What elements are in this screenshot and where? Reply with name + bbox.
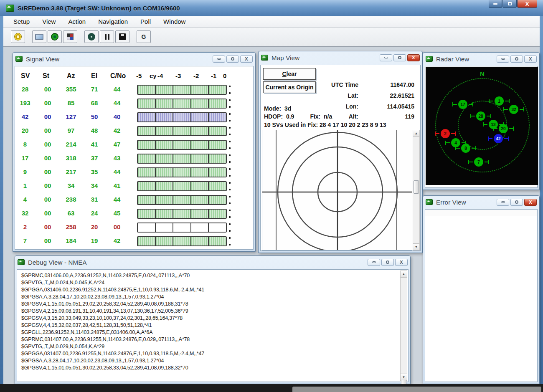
signal-bar-markers bbox=[229, 210, 231, 218]
signal-cell-sv: 28 bbox=[16, 86, 34, 93]
map-close-button[interactable]: X bbox=[407, 54, 420, 61]
clear-button[interactable]: Clear bbox=[263, 68, 316, 80]
debug-minimize-button[interactable] bbox=[368, 259, 380, 266]
minimize-icon bbox=[217, 58, 221, 60]
map-maximize-button[interactable] bbox=[393, 54, 406, 61]
signal-bar-markers bbox=[229, 182, 231, 190]
signal-cell-az: 318 bbox=[62, 154, 80, 162]
signal-cell-el: 34 bbox=[85, 182, 104, 189]
nmea-sentence: $GPVTG,,T,,M,0.029,N,0.054,K,A*29 bbox=[21, 343, 398, 350]
menu-setup[interactable]: Setup bbox=[13, 18, 30, 25]
debug-close-button[interactable]: X bbox=[395, 259, 408, 266]
signal-view-button[interactable] bbox=[32, 30, 46, 43]
satellite-17: 17 bbox=[458, 100, 467, 109]
error-maximize-button[interactable] bbox=[510, 199, 523, 206]
signal-cell-az: 184 bbox=[62, 237, 80, 244]
map-minimize-button[interactable] bbox=[380, 54, 392, 61]
nmea-sentence: $GPGSV,4,1,15,01,05,051,30,02,20,258,33,… bbox=[21, 364, 398, 372]
signal-cell-sv: 4 bbox=[16, 196, 34, 203]
radar-minimize-button[interactable] bbox=[497, 56, 509, 63]
scroll-down-arrow[interactable]: ▼ bbox=[401, 374, 407, 380]
maximize-button[interactable] bbox=[502, 0, 517, 8]
compass-icon bbox=[88, 33, 95, 40]
nmea-sentence: $GPGSV,4,2,15,09,08,191,31,10,40,191,34,… bbox=[21, 308, 398, 315]
signal-view-icon bbox=[15, 56, 23, 62]
cycle-axis-labels: -5 cy -4 -3 -2 -1 0 bbox=[137, 72, 227, 81]
menu-navigation[interactable]: Navigation bbox=[98, 18, 128, 25]
radar-view-button[interactable] bbox=[48, 30, 62, 43]
signal-cell-st: 00 bbox=[38, 182, 57, 189]
hdop-row: HDOP: 0.9Fix: n/a bbox=[264, 113, 332, 120]
radar-view-client: N 17132281320422487 bbox=[425, 66, 538, 188]
satellite-2: 2 bbox=[441, 129, 450, 138]
minimize-button[interactable] bbox=[489, 0, 502, 8]
radar-view-icon bbox=[426, 56, 433, 62]
pause-button[interactable] bbox=[100, 30, 114, 43]
signal-cell-sv: 193 bbox=[16, 99, 34, 106]
axis-unit-label: cy bbox=[150, 72, 157, 79]
error-close-button[interactable]: X bbox=[524, 199, 537, 206]
signal-view-titlebar[interactable]: Signal View X bbox=[13, 53, 255, 65]
utc-time-label: UTC Time bbox=[331, 81, 358, 88]
nmea-sentence: $GPGSV,4,3,15,20,33,049,33,23,10,100,37,… bbox=[21, 315, 398, 322]
minimize-icon bbox=[501, 58, 505, 60]
nmea-sentence: $GPRMC,031406.00,A,2236.91252,N,11403.24… bbox=[21, 272, 398, 279]
radar-maximize-button[interactable] bbox=[510, 56, 523, 63]
map-view-titlebar[interactable]: Map View X bbox=[259, 51, 422, 64]
menu-window[interactable]: Window bbox=[163, 18, 185, 25]
signal-cell-sv: 1 bbox=[16, 182, 34, 189]
signal-close-button[interactable]: X bbox=[240, 56, 253, 63]
debug-view-titlebar[interactable]: Debug View - NMEA X bbox=[15, 256, 410, 268]
signal-cell-el: 48 bbox=[85, 127, 104, 134]
satellite-8: 8 bbox=[461, 144, 470, 153]
scroll-up-arrow[interactable]: ▲ bbox=[413, 130, 419, 137]
gear-icon bbox=[14, 33, 22, 40]
disk-icon bbox=[119, 33, 126, 40]
scroll-up-arrow[interactable]: ▲ bbox=[401, 271, 407, 278]
signal-strength-bar bbox=[137, 154, 227, 164]
scroll-down-arrow[interactable]: ▼ bbox=[413, 243, 419, 250]
main-titlebar[interactable]: SiRFDemo 3.88 (Target SW: Unknown) on CO… bbox=[0, 0, 543, 16]
menu-view[interactable]: View bbox=[42, 18, 56, 25]
debug-scrollbar[interactable]: ▲ ▼ bbox=[400, 271, 407, 381]
utc-time-value: 11647.00 bbox=[390, 81, 414, 88]
map-view-button[interactable] bbox=[63, 30, 77, 43]
signal-row: 17003183743 bbox=[15, 152, 253, 166]
maximize-icon bbox=[398, 56, 401, 59]
log-button[interactable] bbox=[115, 30, 129, 43]
close-icon: X bbox=[529, 200, 532, 205]
signal-cell-el: 50 bbox=[85, 113, 104, 120]
signal-cell-az: 97 bbox=[62, 127, 80, 134]
navigation-button[interactable] bbox=[84, 30, 99, 43]
radar-view-titlebar[interactable]: Radar View X bbox=[423, 53, 539, 65]
menu-action[interactable]: Action bbox=[68, 18, 86, 25]
map-view-icon bbox=[261, 55, 268, 61]
north-label: N bbox=[480, 70, 485, 77]
maximize-icon bbox=[386, 260, 389, 264]
signal-cell-el: 31 bbox=[85, 196, 104, 203]
current-as-origin-button[interactable]: Current as Origin bbox=[263, 81, 316, 93]
disc-icon bbox=[51, 33, 58, 40]
column-header-el: El bbox=[91, 72, 97, 80]
signal-maximize-button[interactable] bbox=[226, 56, 239, 63]
scroll-thumb[interactable] bbox=[414, 180, 419, 194]
error-minimize-button[interactable] bbox=[497, 199, 509, 206]
signal-bar-markers bbox=[229, 237, 231, 245]
signal-cell-cno: 41 bbox=[108, 182, 126, 189]
signal-bar-markers bbox=[229, 223, 231, 232]
radar-close-button[interactable]: X bbox=[524, 56, 537, 63]
signal-minimize-button[interactable] bbox=[213, 56, 225, 63]
nmea-lines: $GPRMC,031406.00,A,2236.91252,N,11403.24… bbox=[18, 271, 398, 381]
debug-maximize-button[interactable] bbox=[381, 259, 394, 266]
close-button[interactable]: X bbox=[517, 0, 537, 8]
alt-value: 119 bbox=[405, 113, 414, 120]
setup-button[interactable] bbox=[11, 30, 25, 43]
error-view-titlebar[interactable]: Error View X bbox=[423, 196, 539, 208]
signal-row: 42001275040 bbox=[15, 111, 253, 124]
signal-bar-markers bbox=[229, 196, 231, 204]
geodetic-button[interactable]: G bbox=[137, 30, 151, 43]
map-scrollbar[interactable]: ▲ ▼ bbox=[413, 130, 420, 250]
signal-cell-st: 00 bbox=[38, 223, 57, 230]
mode-row: Mode: 3d bbox=[264, 105, 291, 112]
menu-poll[interactable]: Poll bbox=[140, 18, 151, 25]
